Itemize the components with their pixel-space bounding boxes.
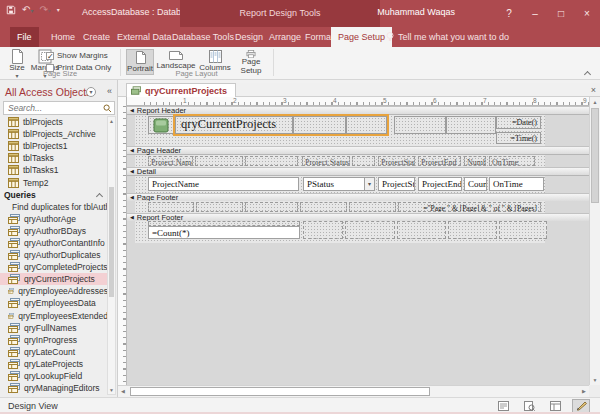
nav-item[interactable]: Temp2	[0, 176, 108, 188]
selection-border[interactable]	[173, 114, 389, 136]
nav-item[interactable]: qryCompletedProjects	[0, 261, 108, 273]
nav-item[interactable]: Find duplicates for tblAuthors	[0, 201, 108, 213]
nav-item[interactable]: qryManagingEditors	[0, 382, 108, 394]
scroll-up-icon[interactable]: ▲	[590, 99, 600, 105]
detail-field-PStatus[interactable]: PStatus▾	[303, 177, 375, 191]
nav-item[interactable]: qryLateCount	[0, 346, 108, 358]
scroll-down-icon[interactable]: ▼	[108, 387, 115, 393]
undo-icon[interactable]: ↶▾	[22, 5, 33, 15]
print-preview-button[interactable]	[520, 399, 538, 413]
report-footer-cell[interactable]	[397, 221, 446, 239]
page-footer-cell[interactable]	[300, 202, 347, 212]
design-vertical-scrollbar[interactable]: ▲ ▼	[589, 97, 600, 385]
nav-scroll-thumb[interactable]	[109, 187, 114, 297]
report-footer-cell[interactable]	[448, 221, 497, 239]
empty-header-cell[interactable]	[446, 116, 496, 134]
page-footer-band[interactable]: ="Page " & [Page] & " of " & [Pages]	[127, 201, 589, 213]
page-header-label-cell[interactable]: Project Status	[302, 156, 350, 166]
empty-header-cell[interactable]	[394, 116, 446, 134]
maximize-button[interactable]: □	[548, 0, 574, 27]
page-header-bar[interactable]: ◀ Page Header	[127, 146, 589, 155]
report-header-band[interactable]: qryCurrentProjects =Date() =Time()	[127, 115, 589, 146]
shutter-close-icon[interactable]: «	[107, 86, 112, 96]
detail-field-Count[interactable]: Count	[464, 177, 487, 191]
nav-item[interactable]: qryFullNames	[0, 322, 108, 334]
detail-field-ProjectName[interactable]: ProjectName	[148, 177, 299, 191]
save-icon[interactable]	[6, 5, 16, 15]
scroll-right-icon[interactable]: ▶	[579, 386, 589, 397]
minimize-button[interactable]: –	[522, 0, 548, 27]
nav-item[interactable]: qryAuthorAge	[0, 213, 108, 225]
nav-scrollbar[interactable]: ▲ ▼	[107, 116, 116, 395]
page-header-band[interactable]: Project NameProject StatusProjectStartPr…	[127, 155, 589, 167]
page-header-label-cell[interactable]	[352, 156, 375, 166]
scroll-left-icon[interactable]: ◀	[118, 386, 128, 397]
nav-item[interactable]: qryEmployeesExtended	[0, 310, 108, 322]
nav-item[interactable]: tblTasks1	[0, 164, 108, 176]
nav-item[interactable]: tblTasks	[0, 152, 108, 164]
page-header-label-cell[interactable]: Project Name	[148, 156, 193, 166]
report-footer-band[interactable]: =Count(*)	[127, 221, 589, 243]
nav-item[interactable]: qryAuthorBDays	[0, 225, 108, 237]
nav-item[interactable]: qryAuthorDuplicates	[0, 249, 108, 261]
scroll-thumb[interactable]	[591, 108, 599, 203]
collapse-ribbon-icon[interactable]	[584, 71, 591, 78]
time-textbox[interactable]: =Time()	[496, 132, 541, 144]
page-number-textbox[interactable]: ="Page " & [Page] & " of " & [Pages]	[398, 202, 541, 212]
report-view-button[interactable]	[494, 399, 512, 413]
document-tab[interactable]: qryCurrentProjects	[126, 83, 236, 97]
tab-file[interactable]: File	[10, 27, 39, 47]
nav-item[interactable]: qryCurrentProjects	[0, 273, 108, 285]
page-header-label-cell[interactable]: ProjectEnd	[418, 156, 461, 166]
report-footer-cell[interactable]	[303, 221, 343, 239]
page-header-label-cell[interactable]: Numb	[464, 156, 486, 166]
nav-item[interactable]: qryLookupField	[0, 370, 108, 382]
scroll-down-icon[interactable]: ▼	[590, 377, 600, 383]
nav-item[interactable]: tblProjects	[0, 116, 108, 128]
scroll-thumb[interactable]	[130, 387, 430, 396]
detail-field-OnTime[interactable]: OnTime	[489, 177, 544, 191]
nav-item[interactable]: tblProjects_Archive	[0, 128, 108, 140]
combo-dropdown-icon[interactable]: ▾	[364, 178, 374, 190]
detail-field-ProjectStart[interactable]: ProjectStart	[378, 177, 415, 191]
show-margins-checkbox[interactable]: ✓ Show Margins	[46, 51, 108, 60]
logo-placeholder-cell[interactable]	[148, 116, 175, 134]
design-horizontal-scrollbar[interactable]: ◀ ▶	[118, 385, 589, 397]
detail-bar[interactable]: ◀ Detail	[127, 167, 589, 176]
nav-group-header[interactable]: Queries	[0, 189, 108, 201]
nav-search-box[interactable]	[3, 101, 115, 115]
design-view-button[interactable]	[572, 399, 590, 413]
user-name[interactable]: Muhammad Waqas	[377, 7, 455, 17]
help-button[interactable]: ?	[496, 0, 522, 27]
page-footer-cell[interactable]	[196, 202, 243, 212]
close-button[interactable]: ×	[574, 0, 600, 27]
page-header-label-cell[interactable]	[245, 156, 298, 166]
close-document-icon[interactable]: ×	[591, 83, 596, 97]
nav-item[interactable]: tblProjects1	[0, 140, 108, 152]
report-footer-cell[interactable]	[345, 221, 395, 239]
nav-item[interactable]: qryLateProjects	[0, 358, 108, 370]
page-header-label-cell[interactable]	[195, 156, 243, 166]
page-footer-cell[interactable]	[148, 202, 194, 212]
nav-item[interactable]: qryAuthorContantInfo	[0, 237, 108, 249]
page-footer-cell[interactable]	[349, 202, 396, 212]
nav-item[interactable]: qryEmployeesData	[0, 297, 108, 309]
report-footer-cell[interactable]	[499, 221, 547, 239]
tab-page-setup[interactable]: Page Setup	[331, 27, 392, 47]
nav-menu-icon[interactable]: ▾	[86, 87, 96, 97]
count-textbox[interactable]: =Count(*)	[148, 226, 300, 239]
layout-view-button[interactable]	[546, 399, 564, 413]
page-footer-cell[interactable]	[245, 202, 298, 212]
customize-toolbar-icon[interactable]: ▾	[57, 7, 60, 13]
nav-item[interactable]: qryInProgress	[0, 334, 108, 346]
date-textbox[interactable]: =Date()	[496, 116, 541, 129]
detail-band[interactable]: ProjectNamePStatus▾ProjectStartProjectEn…	[127, 176, 589, 193]
redo-icon[interactable]: ↷▾	[39, 5, 50, 15]
tell-me-box[interactable]: Tell me what you want to do	[386, 27, 509, 47]
page-header-label-cell[interactable]: OnTime	[489, 156, 535, 166]
scroll-up-icon[interactable]: ▲	[108, 118, 115, 124]
nav-item[interactable]: qryEmployeeAddresses	[0, 285, 108, 297]
page-header-label-cell[interactable]: ProjectStart	[378, 156, 415, 166]
search-input[interactable]	[6, 102, 100, 114]
detail-field-ProjectEnd[interactable]: ProjectEnd	[418, 177, 462, 191]
